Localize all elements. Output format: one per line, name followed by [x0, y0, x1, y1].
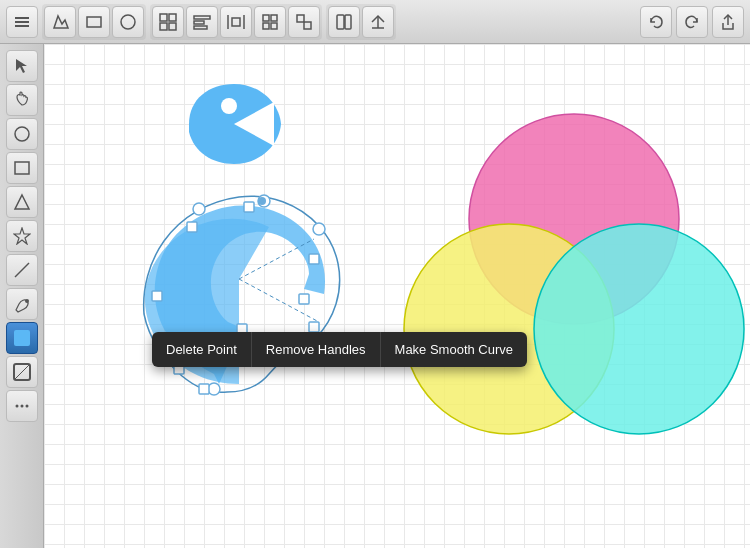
- svg-rect-18: [271, 23, 277, 29]
- svg-rect-22: [345, 15, 351, 29]
- group-btn[interactable]: [254, 6, 286, 38]
- svg-rect-47: [299, 294, 309, 304]
- rect-shape-btn[interactable]: [6, 152, 38, 184]
- pacman-top: [189, 84, 281, 164]
- svg-rect-0: [15, 17, 29, 19]
- shape-tools-group: [42, 4, 146, 40]
- svg-point-4: [121, 15, 135, 29]
- svg-rect-8: [169, 23, 176, 30]
- more-tools-btn[interactable]: [6, 390, 38, 422]
- main-area: Delete Point Remove Handles Make Smooth …: [0, 44, 750, 548]
- left-sidebar: [0, 44, 44, 548]
- svg-rect-15: [263, 15, 269, 21]
- svg-rect-26: [15, 162, 29, 174]
- arrange-btn[interactable]: [152, 6, 184, 38]
- svg-point-34: [15, 405, 18, 408]
- import-export-btn[interactable]: [288, 6, 320, 38]
- star-shape-btn[interactable]: [6, 220, 38, 252]
- stroke-color-btn[interactable]: [6, 356, 38, 388]
- svg-rect-1: [15, 21, 29, 23]
- canvas-area[interactable]: Delete Point Remove Handles Make Smooth …: [44, 44, 750, 548]
- align-btn[interactable]: [186, 6, 218, 38]
- line-tool-btn[interactable]: [6, 254, 38, 286]
- svg-rect-7: [160, 23, 167, 30]
- circle-cyan[interactable]: [534, 224, 744, 434]
- svg-rect-16: [271, 15, 277, 21]
- svg-rect-6: [169, 14, 176, 21]
- canvas-svg: [44, 44, 750, 548]
- share-btn[interactable]: [712, 6, 744, 38]
- circle-tool-btn[interactable]: [112, 6, 144, 38]
- circle-shape-btn[interactable]: [6, 118, 38, 150]
- svg-rect-3: [87, 17, 101, 27]
- menu-button[interactable]: [6, 6, 38, 38]
- svg-rect-53: [244, 202, 254, 212]
- svg-rect-2: [15, 25, 29, 27]
- svg-point-42: [313, 223, 325, 235]
- svg-rect-45: [152, 291, 162, 301]
- import-group: [326, 4, 396, 40]
- distribute-btn[interactable]: [220, 6, 252, 38]
- svg-rect-52: [309, 322, 319, 332]
- svg-rect-50: [199, 384, 209, 394]
- svg-rect-9: [194, 16, 210, 19]
- delete-point-item[interactable]: Delete Point: [152, 332, 252, 367]
- vector-tool-btn[interactable]: [44, 6, 76, 38]
- svg-rect-19: [297, 15, 304, 22]
- svg-point-43: [208, 383, 220, 395]
- select-tool-btn[interactable]: [6, 50, 38, 82]
- svg-point-40: [193, 203, 205, 215]
- svg-rect-54: [187, 222, 197, 232]
- svg-line-33: [14, 364, 30, 380]
- undo-btn[interactable]: [640, 6, 672, 38]
- import-btn[interactable]: [328, 6, 360, 38]
- svg-marker-27: [15, 195, 29, 209]
- svg-point-30: [25, 299, 29, 303]
- pen-tool-btn[interactable]: [6, 288, 38, 320]
- svg-point-36: [25, 405, 28, 408]
- fill-color-btn[interactable]: [6, 322, 38, 354]
- svg-rect-14: [232, 18, 240, 26]
- svg-line-29: [15, 263, 29, 277]
- svg-rect-5: [160, 14, 167, 21]
- svg-rect-10: [194, 21, 204, 24]
- top-toolbar: [0, 0, 750, 44]
- svg-rect-51: [309, 254, 319, 264]
- svg-rect-20: [304, 22, 311, 29]
- svg-point-25: [15, 127, 29, 141]
- svg-point-35: [20, 405, 23, 408]
- triangle-shape-btn[interactable]: [6, 186, 38, 218]
- svg-rect-11: [194, 26, 207, 29]
- svg-rect-17: [263, 23, 269, 29]
- rect-tool-btn[interactable]: [78, 6, 110, 38]
- svg-marker-28: [14, 228, 30, 244]
- svg-point-44: [258, 197, 266, 205]
- context-menu: Delete Point Remove Handles Make Smooth …: [152, 332, 527, 367]
- arrange-tools-group: [150, 4, 322, 40]
- redo-btn[interactable]: [676, 6, 708, 38]
- svg-point-37: [221, 98, 237, 114]
- import2-btn[interactable]: [362, 6, 394, 38]
- remove-handles-item[interactable]: Remove Handles: [252, 332, 381, 367]
- svg-rect-31: [14, 330, 30, 346]
- svg-rect-21: [337, 15, 344, 29]
- make-smooth-curve-item[interactable]: Make Smooth Curve: [381, 332, 528, 367]
- hand-tool-btn[interactable]: [6, 84, 38, 116]
